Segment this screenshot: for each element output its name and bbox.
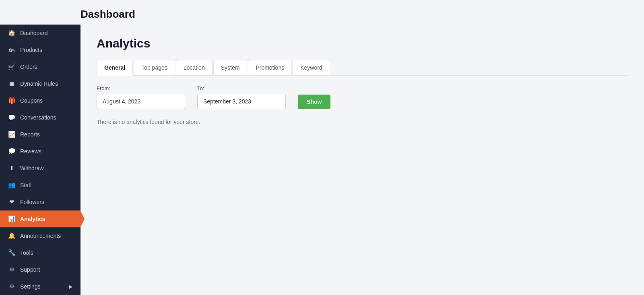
support-icon: ⚙: [8, 266, 15, 273]
tools-icon: 🔧: [8, 249, 15, 256]
tab-location[interactable]: Location: [176, 60, 213, 75]
settings-icon: ⚙: [8, 283, 15, 290]
sidebar-item-orders[interactable]: 🛒Orders: [0, 58, 80, 75]
followers-icon: ❤: [8, 198, 15, 206]
tab-keyword[interactable]: Keyword: [293, 60, 330, 75]
sidebar-item-label-staff: Staff: [20, 182, 32, 188]
coupons-icon: 🎁: [8, 97, 15, 104]
sidebar-item-label-orders: Orders: [20, 64, 37, 70]
from-group: From:: [97, 85, 185, 109]
sidebar-item-label-products: Products: [20, 47, 42, 53]
sidebar-item-label-announcements: Announcements: [20, 233, 61, 239]
show-button[interactable]: Show: [298, 95, 330, 109]
tab-promotions[interactable]: Promotions: [248, 60, 292, 75]
sidebar-item-label-withdraw: Withdraw: [20, 165, 43, 171]
dashboard-icon: 🏠: [8, 29, 15, 37]
sidebar-item-dashboard[interactable]: 🏠Dashboard: [0, 25, 80, 41]
to-input[interactable]: [197, 94, 286, 109]
sidebar-item-label-followers: Followers: [20, 199, 44, 205]
tab-top-pages[interactable]: Top pages: [134, 60, 175, 75]
sidebar-item-staff[interactable]: 👥Staff: [0, 177, 80, 194]
orders-icon: 🛒: [8, 63, 15, 70]
main-content: Analytics GeneralTop pagesLocationSystem…: [80, 25, 644, 295]
sidebar-item-label-reports: Reports: [20, 131, 40, 138]
sidebar-item-support[interactable]: ⚙Support: [0, 261, 80, 278]
from-label: From:: [97, 85, 185, 91]
analytics-icon: 📊: [8, 215, 15, 223]
sidebar-item-label-analytics: Analytics: [20, 216, 45, 222]
sidebar-item-withdraw[interactable]: ⬆Withdraw: [0, 160, 80, 177]
staff-icon: 👥: [8, 182, 15, 189]
to-label: To:: [197, 85, 286, 91]
to-group: To:: [197, 85, 286, 109]
settings-arrow-icon: ▶: [69, 284, 72, 289]
sidebar-item-coupons[interactable]: 🎁Coupons: [0, 92, 80, 109]
sidebar-item-label-reviews: Reviews: [20, 148, 41, 155]
sidebar-item-products[interactable]: 🛍Products: [0, 41, 80, 58]
reports-icon: 📈: [8, 131, 15, 138]
sidebar-item-analytics[interactable]: 📊Analytics: [0, 210, 80, 227]
filter-section: From: To: Show: [97, 85, 628, 109]
page-header-title: Dashboard: [80, 8, 632, 21]
sidebar-item-reviews[interactable]: 💭Reviews: [0, 143, 80, 160]
sidebar-item-label-tools: Tools: [20, 250, 33, 256]
sidebar-item-label-support: Support: [20, 266, 40, 273]
sidebar-item-followers[interactable]: ❤Followers: [0, 194, 80, 210]
withdraw-icon: ⬆: [8, 165, 15, 172]
sidebar-item-label-settings: Settings: [20, 283, 41, 290]
products-icon: 🛍: [8, 46, 15, 54]
sidebar-item-label-dashboard: Dashboard: [20, 30, 48, 36]
sidebar-item-label-dynamic-rules: Dynamic Rules: [20, 80, 58, 87]
tab-system[interactable]: System: [213, 60, 248, 75]
sidebar-item-reports[interactable]: 📈Reports: [0, 126, 80, 143]
sidebar-item-announcements[interactable]: 🔔Announcements: [0, 227, 80, 244]
sidebar-item-dynamic-rules[interactable]: ◼Dynamic Rules: [0, 75, 80, 92]
page-title: Analytics: [97, 37, 628, 50]
announcements-icon: 🔔: [8, 232, 15, 239]
sidebar-item-label-coupons: Coupons: [20, 97, 43, 104]
sidebar-item-settings[interactable]: ⚙Settings▶: [0, 278, 80, 295]
reviews-icon: 💭: [8, 148, 15, 155]
tab-general[interactable]: General: [97, 60, 133, 76]
sidebar-item-conversations[interactable]: 💬Conversations: [0, 109, 80, 126]
tab-bar: GeneralTop pagesLocationSystemPromotions…: [97, 60, 628, 76]
sidebar-item-tools[interactable]: 🔧Tools: [0, 244, 80, 261]
sidebar: 🏠Dashboard🛍Products🛒Orders◼Dynamic Rules…: [0, 25, 80, 295]
from-input[interactable]: [97, 94, 185, 109]
dynamic-rules-icon: ◼: [8, 80, 15, 87]
no-data-message: There is no analytics found for your sto…: [97, 119, 628, 125]
conversations-icon: 💬: [8, 114, 15, 121]
sidebar-item-label-conversations: Conversations: [20, 114, 56, 121]
